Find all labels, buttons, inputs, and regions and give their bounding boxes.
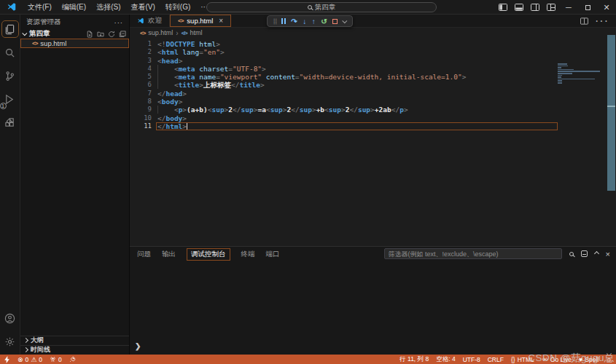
new-folder-icon[interactable] (97, 31, 104, 38)
tab-welcome[interactable]: 欢迎 (130, 15, 170, 27)
status-bar: ⊗ 0 ⚠ 0 0 行 11, 列 8 空格: 4 UTF-8 CRLF {} … (0, 355, 616, 364)
maximize-button[interactable] (578, 0, 597, 15)
outline-label: 大纲 (31, 336, 44, 345)
cursor-position[interactable]: 行 11, 列 8 (396, 355, 432, 364)
extensions-icon[interactable] (1, 114, 19, 131)
pause-icon[interactable] (281, 18, 286, 24)
code-token: sup (270, 106, 283, 114)
code-line[interactable]: 4 <meta charset="UTF-8"> (130, 65, 616, 73)
problems-status[interactable]: ⊗ 0 ⚠ 0 (14, 355, 46, 364)
timeline-section[interactable]: 时间线 (20, 345, 129, 355)
close-button[interactable]: ✕ (597, 0, 616, 15)
chevron-down-icon[interactable] (342, 18, 347, 23)
run-debug-icon[interactable]: 1 (1, 90, 19, 108)
launch-status-icon[interactable] (66, 355, 79, 364)
ports-count: 0 (58, 356, 62, 363)
account-icon[interactable] (1, 309, 19, 327)
customize-layout-icon[interactable] (543, 0, 559, 15)
menu-view[interactable]: 查看(V) (125, 0, 160, 15)
search-sidebar-icon[interactable] (1, 44, 19, 61)
folder-row[interactable]: 第四章 (20, 29, 129, 39)
line-number: 10 (130, 114, 152, 122)
editor-scrollbar[interactable] (607, 35, 615, 191)
sidebar-more-actions-icon[interactable]: ··· (114, 18, 124, 26)
code-line[interactable]: 8<body> (130, 98, 616, 106)
collapse-all-icon[interactable] (119, 31, 126, 38)
code-line[interactable]: 2<html lang="en"> (130, 48, 616, 56)
code-token: "UTF-8" (233, 65, 262, 73)
tab-problems[interactable]: 问题 (137, 250, 151, 259)
menu-file[interactable]: 文件(F) (23, 0, 57, 15)
line-number: 2 (130, 48, 152, 56)
code-line[interactable]: 6 <title>上标标签</title> (130, 81, 616, 89)
menu-edit[interactable]: 编辑(E) (57, 0, 91, 15)
tab-output[interactable]: 输出 (162, 250, 176, 259)
drag-handle-icon[interactable]: ⣿ (273, 18, 276, 25)
console-filter-input[interactable] (384, 248, 562, 259)
code-line[interactable]: 5 <meta name="viewport" content="width=d… (130, 73, 616, 81)
tab-terminal[interactable]: 终端 (241, 250, 255, 259)
code-token: sup (241, 106, 254, 114)
code-token: > (462, 73, 467, 81)
code-line[interactable]: 7</head> (130, 90, 616, 98)
tab-debug-console[interactable]: 调试控制台 (187, 248, 230, 261)
code-token: title (179, 81, 200, 89)
tab-ports[interactable]: 端口 (266, 250, 280, 259)
stop-icon[interactable] (332, 19, 338, 24)
code-line[interactable]: 3<head> (130, 57, 616, 65)
outline-section[interactable]: 大纲 (20, 336, 129, 345)
maximize-panel-icon[interactable] (594, 251, 599, 256)
code-line[interactable]: 10</body> (130, 114, 616, 122)
search-icon[interactable] (569, 252, 574, 256)
menu-selection[interactable]: 选择(S) (91, 0, 125, 15)
breadcrumb-node[interactable]: html (190, 29, 203, 36)
current-line-highlight (156, 122, 558, 130)
source-control-icon[interactable] (1, 67, 19, 84)
minimap-line (558, 69, 574, 71)
code-line[interactable]: 1<!DOCTYPE html> (130, 40, 616, 48)
code-line[interactable]: 11</html> (130, 122, 616, 130)
toggle-panel-icon[interactable] (511, 0, 527, 15)
breadcrumb-file[interactable]: sup.html (148, 29, 173, 36)
indentation[interactable]: 空格: 4 (432, 355, 459, 364)
encoding[interactable]: UTF-8 (459, 355, 484, 364)
code-token: > (179, 98, 183, 106)
editor-more-actions-icon[interactable]: ··· (595, 15, 609, 28)
panel-header: 问题 输出 调试控制台 终端 端口 × (130, 247, 616, 261)
new-file-icon[interactable] (86, 31, 93, 38)
restart-icon[interactable]: ↺ (321, 17, 327, 25)
menu-goto[interactable]: 转到(G) (160, 0, 195, 15)
command-center-search[interactable]: 第四章 (206, 2, 437, 12)
code-token (157, 81, 174, 89)
close-panel-icon[interactable]: × (606, 250, 610, 258)
toggle-sidebar-icon[interactable] (495, 0, 511, 15)
tab-sup-html[interactable]: <> sup.html × (170, 15, 231, 27)
step-over-icon[interactable]: ↷ (291, 17, 297, 25)
file-name: sup.html (40, 39, 66, 47)
file-row-sup-html[interactable]: <> sup.html (20, 39, 129, 48)
settings-gear-icon[interactable] (1, 333, 19, 350)
tab-close-icon[interactable]: × (219, 17, 223, 25)
minimap[interactable] (558, 63, 603, 84)
title-bar: 文件(F) 编辑(E) 选择(S) 查看(V) 转到(G) ··· ← → 第四… (0, 0, 616, 15)
minimize-button[interactable]: ─ (559, 0, 578, 15)
code-line[interactable]: 9 <p>(a+b)<sup>2</sup>=a<sup>2</sup>+b<s… (130, 106, 616, 114)
step-out-icon[interactable]: ↑ (312, 17, 316, 25)
ports-status[interactable]: 0 (46, 355, 66, 364)
clear-console-icon[interactable] (581, 250, 588, 257)
eol-sequence[interactable]: CRLF (484, 355, 507, 364)
step-into-icon[interactable]: ↓ (303, 17, 306, 25)
toggle-secondary-sidebar-icon[interactable] (527, 0, 543, 15)
code-token: sup (211, 106, 224, 114)
code-token: sup (329, 106, 341, 114)
refresh-icon[interactable] (108, 31, 115, 38)
code-text: </body> (157, 114, 187, 122)
code-token: =a (257, 106, 265, 114)
minimap-line (558, 82, 562, 84)
split-editor-icon[interactable] (580, 17, 588, 25)
debug-console-body[interactable]: ❯ (130, 261, 616, 355)
code-editor[interactable]: 1<!DOCTYPE html>2<html lang="en">3<head>… (130, 38, 616, 246)
remote-indicator-icon[interactable] (0, 355, 14, 364)
console-prompt[interactable]: ❯ (135, 342, 141, 350)
explorer-icon[interactable] (1, 20, 19, 38)
